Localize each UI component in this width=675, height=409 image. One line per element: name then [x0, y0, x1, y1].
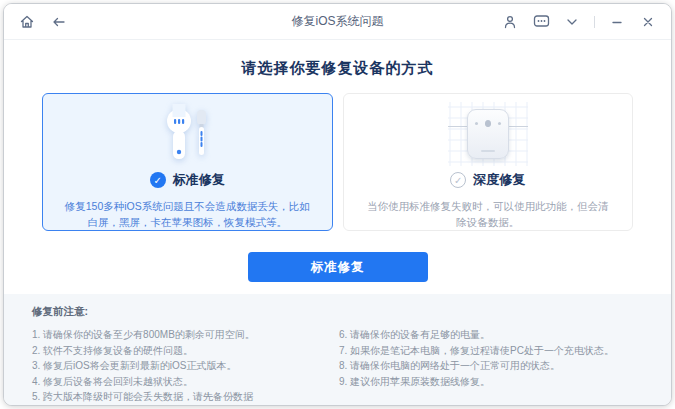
main-content: 请选择你要修复设备的方式 [4, 40, 671, 301]
close-icon[interactable] [639, 13, 657, 31]
feedback-icon[interactable] [532, 13, 550, 31]
note-item: 3. 修复后iOS将会更新到最新的iOS正式版本。 [32, 358, 339, 374]
note-item: 1. 请确保你的设备至少有800MB的剩余可用空间。 [32, 327, 339, 343]
card-deep-description: 当你使用标准修复失败时，可以使用此功能，但会清除设备数据。 [344, 198, 633, 230]
app-window: 修复iOS系统问题 请选择你要修复设备的方式 [3, 3, 672, 406]
page-title: 请选择你要修复设备的方式 [4, 40, 671, 78]
notes-heading: 修复前注意: [32, 305, 651, 319]
note-item: 7. 如果你是笔记本电脑，修复过程请使PC处于一个充电状态。 [339, 343, 651, 359]
back-icon[interactable] [50, 13, 68, 31]
notes-column-left: 1. 请确保你的设备至少有800MB的剩余可用空间。 2. 软件不支持修复设备的… [32, 327, 339, 405]
unselected-check-icon: ✓ [450, 172, 466, 188]
card-deep-title: 深度修复 [473, 171, 525, 189]
card-deep-repair[interactable]: ✓ 深度修复 当你使用标准修复失败时，可以使用此功能，但会清除设备数据。 [343, 93, 634, 231]
notes-column-right: 6. 请确保你的设备有足够的电量。 7. 如果你是笔记本电脑，修复过程请使PC处… [339, 327, 651, 405]
home-icon[interactable] [18, 13, 36, 31]
titlebar-separator [594, 16, 595, 28]
note-item: 8. 请确保你电脑的网络处于一个正常可用的状态。 [339, 358, 651, 374]
titlebar: 修复iOS系统问题 [4, 4, 671, 40]
selected-check-icon: ✓ [150, 172, 166, 188]
card-standard-title: 标准修复 [173, 171, 225, 189]
account-icon[interactable] [501, 13, 519, 31]
card-standard-description: 修复150多种iOS系统问题且不会造成数据丢失，比如白屏，黑屏，卡在苹果图标，恢… [43, 198, 332, 230]
tools-icon [145, 102, 229, 166]
note-item: 6. 请确保你的设备有足够的电量。 [339, 327, 651, 343]
card-standard-repair[interactable]: ✓ 标准修复 修复150多种iOS系统问题且不会造成数据丢失，比如白屏，黑屏，卡… [42, 93, 333, 231]
note-item: 4. 修复后设备将会回到未越狱状态。 [32, 374, 339, 390]
note-item: 2. 软件不支持修复设备的硬件问题。 [32, 343, 339, 359]
repair-mode-cards: ✓ 标准修复 修复150多种iOS系统问题且不会造成数据丢失，比如白屏，黑屏，卡… [42, 93, 633, 231]
note-item: 9. 建议你用苹果原装数据线修复。 [339, 374, 651, 390]
note-item: 5. 跨大版本降级时可能会丢失数据，请先备份数据 [32, 389, 339, 405]
pre-repair-notes: 修复前注意: 1. 请确保你的设备至少有800MB的剩余可用空间。 2. 软件不… [4, 294, 671, 405]
chevron-down-icon[interactable] [563, 13, 581, 31]
minimize-icon[interactable] [608, 13, 626, 31]
standard-repair-button[interactable]: 标准修复 [248, 252, 428, 282]
device-icon [446, 102, 530, 166]
